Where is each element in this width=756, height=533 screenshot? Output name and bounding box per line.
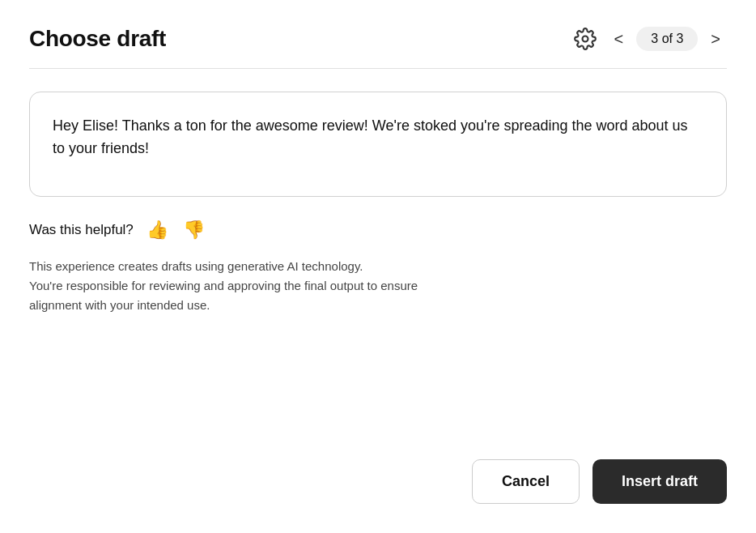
next-draft-button[interactable]: >	[704, 27, 727, 52]
header-controls: < 3 of 3 >	[574, 27, 727, 52]
thumbs-down-icon: 👎	[183, 220, 205, 240]
thumbs-up-button[interactable]: 👍	[145, 220, 170, 241]
svg-point-0	[582, 36, 588, 42]
header-divider	[29, 68, 727, 69]
draft-text: Hey Elise! Thanks a ton for the awesome …	[53, 115, 703, 160]
cancel-button[interactable]: Cancel	[472, 459, 580, 504]
disclaimer-line3: alignment with your intended use.	[29, 298, 210, 312]
footer-buttons: Cancel Insert draft	[29, 459, 727, 504]
ai-disclaimer: This experience creates drafts using gen…	[29, 257, 727, 315]
page-indicator: 3 of 3	[636, 27, 698, 51]
insert-draft-button[interactable]: Insert draft	[592, 459, 727, 504]
prev-draft-button[interactable]: <	[608, 27, 631, 52]
draft-content-box: Hey Elise! Thanks a ton for the awesome …	[29, 92, 727, 197]
thumbs-down-button[interactable]: 👎	[181, 220, 206, 241]
disclaimer-line1: This experience creates drafts using gen…	[29, 259, 363, 273]
choose-draft-dialog: Choose draft < 3 of 3 > Hey Elise! Thank…	[0, 0, 756, 533]
dialog-header: Choose draft < 3 of 3 >	[29, 26, 727, 52]
dialog-title: Choose draft	[29, 26, 166, 52]
helpful-row: Was this helpful? 👍 👎	[29, 220, 727, 241]
disclaimer-line2: You're responsible for reviewing and app…	[29, 279, 418, 292]
nav-controls: < 3 of 3 >	[608, 27, 727, 52]
thumbs-up-icon: 👍	[147, 220, 168, 240]
gear-icon[interactable]	[574, 28, 597, 50]
helpful-label: Was this helpful?	[29, 222, 134, 238]
